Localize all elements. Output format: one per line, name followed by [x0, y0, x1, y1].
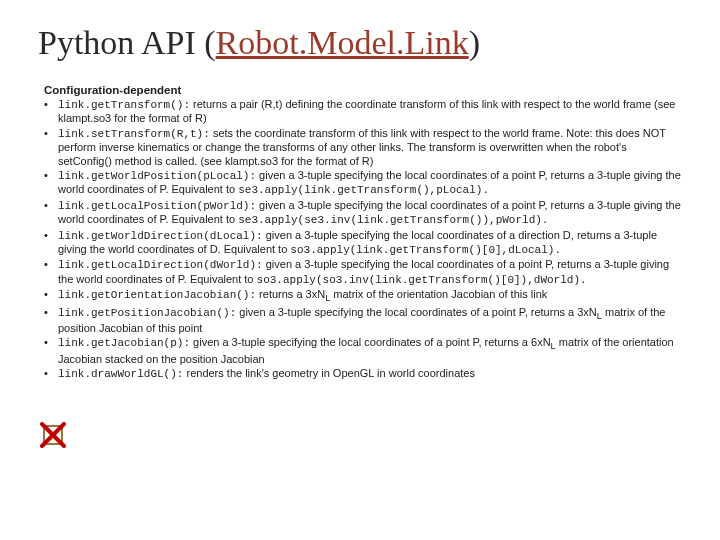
api-code: link.getOrientationJacobian():: [58, 289, 256, 301]
slide: Python API (Robot.Model.Link) Configurat…: [0, 0, 720, 403]
api-code-inline: so3.apply(so3.inv(link.getTransform()[0]…: [257, 274, 587, 286]
list-item: link.getPositionJacobian(): given a 3-tu…: [44, 306, 682, 336]
list-item: link.getJacobian(p): given a 3-tuple spe…: [44, 336, 682, 366]
list-item: link.drawWorldGL(): renders the link's g…: [44, 367, 682, 381]
api-desc: given a 3-tuple specifying the local coo…: [236, 306, 597, 318]
slide-title: Python API (Robot.Model.Link): [38, 24, 682, 62]
api-code: link.getPositionJacobian():: [58, 307, 236, 319]
api-code: link.getLocalDirection(dWorld):: [58, 259, 263, 271]
api-desc-cont: matrix of the orientation Jacobian of th…: [330, 288, 547, 300]
api-code: link.setTransform(R,t):: [58, 128, 210, 140]
api-code: link.getLocalPosition(pWorld):: [58, 200, 256, 212]
api-code: link.getJacobian(p):: [58, 337, 190, 349]
api-code: link.drawWorldGL():: [58, 368, 183, 380]
title-post: ): [469, 24, 480, 61]
api-list: link.getTransform(): returns a pair (R,t…: [44, 98, 682, 382]
api-desc: given a 3-tuple specifying the local coo…: [190, 336, 551, 348]
api-code: link.getWorldDirection(dLocal):: [58, 230, 263, 242]
list-item: link.getLocalPosition(pWorld): given a 3…: [44, 199, 682, 228]
api-code: link.getTransform():: [58, 99, 190, 111]
list-item: link.getLocalDirection(dWorld): given a …: [44, 258, 682, 287]
api-code: link.getWorldPosition(pLocal):: [58, 170, 256, 182]
title-pre: Python API (: [38, 24, 216, 61]
page-flag-icon: [40, 422, 66, 448]
api-code-inline: se3.apply(se3.inv(link.getTransform()),p…: [238, 214, 548, 226]
section-heading: Configuration-dependent: [44, 84, 682, 96]
api-desc: renders the link's geometry in OpenGL in…: [183, 367, 475, 379]
api-code-inline: se3.apply(link.getTransform(),pLocal).: [238, 184, 489, 196]
list-item: link.getTransform(): returns a pair (R,t…: [44, 98, 682, 126]
title-link[interactable]: Robot.Model.Link: [216, 24, 469, 61]
api-code-inline: so3.apply(link.getTransform()[0],dLocal)…: [290, 244, 561, 256]
list-item: link.setTransform(R,t): sets the coordin…: [44, 127, 682, 168]
api-desc: returns a 3xN: [256, 288, 325, 300]
list-item: link.getWorldPosition(pLocal): given a 3…: [44, 169, 682, 198]
list-item: link.getWorldDirection(dLocal): given a …: [44, 229, 682, 258]
list-item: link.getOrientationJacobian(): returns a…: [44, 288, 682, 304]
